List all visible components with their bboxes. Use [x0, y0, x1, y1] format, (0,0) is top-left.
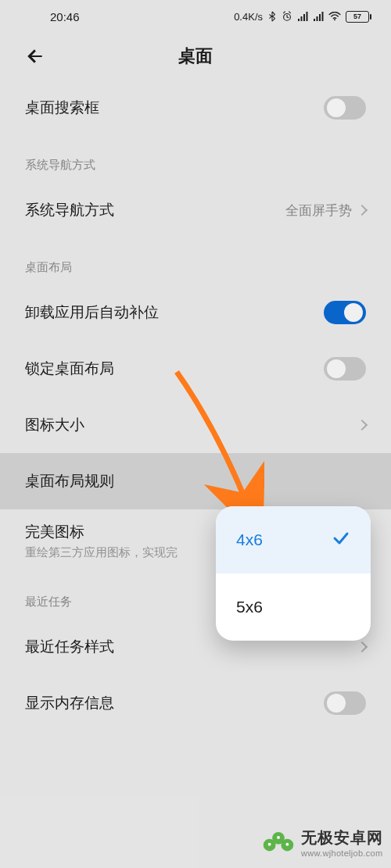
setting-icon-size[interactable]: 图标大小 [0, 397, 391, 453]
chevron-right-icon [357, 205, 368, 216]
signal-2-icon [313, 12, 324, 21]
setting-show-memory[interactable]: 显示内存信息 [0, 675, 391, 731]
section-layout-label: 桌面布局 [0, 238, 391, 284]
wifi-icon [328, 12, 341, 21]
toggle-auto-fill[interactable] [324, 301, 366, 324]
popup-option-label: 4x6 [236, 530, 263, 549]
popup-option-4x6[interactable]: 4x6 [216, 506, 371, 573]
alarm-icon [282, 11, 292, 22]
toggle-lock-layout[interactable] [324, 357, 366, 380]
layout-rule-popup: 4x6 5x6 [216, 506, 371, 641]
svg-point-5 [268, 843, 271, 846]
setting-nav-style[interactable]: 系统导航方式 全面屏手势 [0, 182, 391, 238]
status-net-speed: 0.4K/s [234, 11, 263, 23]
setting-label: 系统导航方式 [25, 200, 114, 220]
status-time: 20:46 [50, 10, 80, 23]
toggle-search-box[interactable] [324, 96, 366, 120]
svg-point-7 [285, 843, 289, 846]
svg-point-6 [277, 836, 280, 839]
setting-label: 最近任务样式 [25, 637, 114, 657]
battery-icon: 57 [346, 11, 369, 23]
popup-option-label: 5x6 [236, 598, 263, 616]
setting-label: 显示内存信息 [25, 693, 114, 713]
watermark-logo-icon [262, 826, 295, 859]
check-icon [332, 529, 350, 552]
watermark-title: 无极安卓网 [301, 827, 383, 848]
svg-point-1 [334, 19, 335, 20]
setting-label: 锁定桌面布局 [25, 359, 114, 379]
popup-option-5x6[interactable]: 5x6 [216, 573, 371, 641]
bluetooth-icon [267, 11, 277, 22]
setting-search-box[interactable]: 桌面搜索框 [0, 80, 391, 136]
setting-layout-rule[interactable]: 桌面布局规则 [0, 453, 391, 509]
setting-lock-layout[interactable]: 锁定桌面布局 [0, 341, 391, 397]
chevron-right-icon [357, 641, 368, 652]
status-bar: 20:46 0.4K/s 57 [0, 0, 391, 33]
setting-label: 图标大小 [25, 415, 84, 435]
setting-auto-fill[interactable]: 卸载应用后自动补位 [0, 284, 391, 341]
chevron-right-icon [357, 420, 368, 430]
setting-value: 全面屏手势 [285, 202, 352, 220]
setting-subtitle: 重绘第三方应用图标，实现完 [25, 545, 178, 560]
toggle-show-memory[interactable] [324, 691, 366, 715]
setting-label: 桌面布局规则 [25, 471, 114, 491]
setting-label: 桌面搜索框 [25, 98, 99, 118]
back-button[interactable] [23, 45, 47, 68]
page-title: 桌面 [0, 45, 391, 68]
setting-label: 卸载应用后自动补位 [25, 302, 159, 323]
signal-1-icon [297, 12, 308, 21]
page-header: 桌面 [0, 33, 391, 80]
setting-label: 完美图标 [25, 522, 178, 542]
watermark: 无极安卓网 www.wjhoteljob.com [262, 826, 383, 859]
watermark-url: www.wjhoteljob.com [301, 848, 383, 858]
section-nav-label: 系统导航方式 [0, 136, 391, 182]
